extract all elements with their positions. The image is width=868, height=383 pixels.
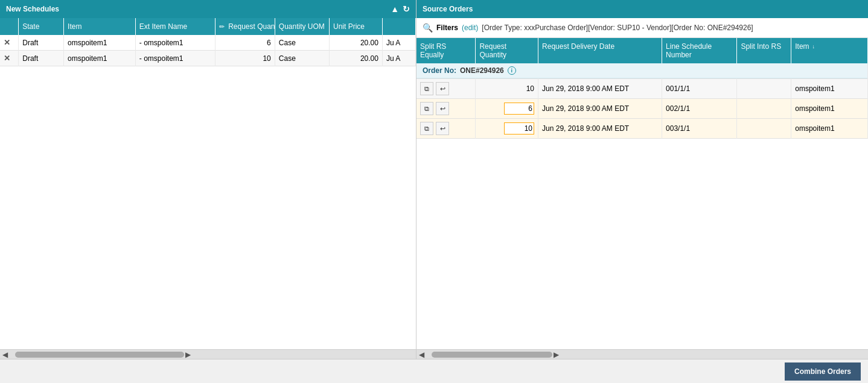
col-req-qty-header: ✏ Request Quantity <box>215 18 275 35</box>
state-cell-1: Draft <box>19 35 64 51</box>
right-scroll-left[interactable]: ◀ <box>418 350 426 359</box>
filters-edit-link[interactable]: (edit) <box>462 24 478 32</box>
row-3-item: omspoitem1 <box>791 119 868 139</box>
search-icon: 🔍 <box>423 23 433 33</box>
rcol-split-into-rs-header: Split Into RS <box>737 38 791 63</box>
uom-cell-1: Case <box>275 35 329 51</box>
row-3-qty <box>476 119 538 139</box>
order-info-icon[interactable]: i <box>508 66 516 75</box>
right-panel: Source Orders 🔍 Filters (edit) [Order Ty… <box>416 0 868 359</box>
rcol-split-rs-header: Split RS Equally <box>416 38 476 63</box>
row-2-split-rs <box>737 99 791 119</box>
right-panel-title: Source Orders <box>423 5 473 13</box>
rcol-req-qty-header: Request Quantity <box>476 38 538 63</box>
up-arrow-icon[interactable]: ▲ <box>391 4 399 14</box>
right-panel-header: Source Orders <box>416 0 868 18</box>
source-order-row-2: ⧉ ↩ Jun 29, 2018 9:00 AM EDT 002/1/1 oms… <box>416 99 868 119</box>
row-2-actions: ⧉ ↩ <box>420 102 471 115</box>
col-ext-item-header: Ext Item Name <box>135 18 215 35</box>
col-delete-header <box>0 18 19 35</box>
left-panel-title: New Schedules <box>6 5 59 13</box>
row-1-copy-btn[interactable]: ⧉ <box>420 82 433 95</box>
row-3-qty-input[interactable] <box>504 122 534 135</box>
left-scroll-right[interactable]: ▶ <box>184 350 192 359</box>
row-1-split-rs <box>737 79 791 99</box>
right-scrollbar[interactable]: ◀ ▶ <box>416 349 868 359</box>
col-unit-price-header: Unit Price <box>329 18 382 35</box>
table-row: ✕ Draft omspoitem1 - omspoitem1 10 Case … <box>0 51 416 66</box>
right-scroll-thumb[interactable] <box>432 352 552 358</box>
left-table: State Item Ext Item Name ✏ Request Quant… <box>0 18 416 66</box>
order-group-header-row: Order No: ONE#294926 i <box>416 63 868 79</box>
left-scroll-left[interactable]: ◀ <box>1 350 9 359</box>
left-scrollbar[interactable]: ◀ ▶ <box>0 349 416 359</box>
source-order-row-1: ⧉ ↩ Jun 29, 2018 9:00 AM EDT 001/1/1 oms… <box>416 79 868 99</box>
row-3-lsn: 003/1/1 <box>662 119 737 139</box>
row-3-actions: ⧉ ↩ <box>420 122 471 135</box>
unit-price-cell-1: 20.00 <box>329 35 382 51</box>
rcol-lsn-header: Line Schedule Number <box>662 38 737 63</box>
order-no-value: ONE#294926 <box>460 66 504 75</box>
ext-item-cell-2: - omspoitem1 <box>135 51 215 66</box>
pencil-icon: ✏ <box>219 23 225 30</box>
state-cell-2: Draft <box>19 51 64 66</box>
row-3-date: Jun 29, 2018 9:00 AM EDT <box>538 119 662 139</box>
row-3-undo-btn[interactable]: ↩ <box>436 122 449 135</box>
row-1-undo-btn[interactable]: ↩ <box>436 82 449 95</box>
row-1-item: omspoitem1 <box>791 79 868 99</box>
extra-cell-1: Ju A <box>382 35 415 51</box>
bottom-bar: Combine Orders <box>0 359 868 383</box>
col-item-header: Item <box>64 18 136 35</box>
row-3-split-rs <box>737 119 791 139</box>
right-scroll-right[interactable]: ▶ <box>552 350 560 359</box>
row-1-date: Jun 29, 2018 9:00 AM EDT <box>538 79 662 99</box>
refresh-icon[interactable]: ↻ <box>403 4 410 14</box>
filters-text: [Order Type: xxxPurchase Order][Vendor: … <box>482 24 753 32</box>
unit-price-cell-2: 20.00 <box>329 51 382 66</box>
row-2-qty <box>476 99 538 119</box>
row-1-qty-input[interactable] <box>504 84 534 93</box>
row-2-copy-btn[interactable]: ⧉ <box>420 102 433 115</box>
filters-label: Filters <box>436 24 458 32</box>
left-panel-header: New Schedules ▲ ↻ <box>0 0 416 18</box>
order-no-label: Order No: <box>423 66 456 75</box>
delete-row-btn-2[interactable]: ✕ <box>4 54 10 63</box>
row-2-undo-btn[interactable]: ↩ <box>436 102 449 115</box>
row-1-qty <box>476 79 538 99</box>
rcol-date-header: Request Delivery Date <box>538 38 662 63</box>
right-table-container: Split RS Equally Request Quantity Reques… <box>416 38 868 349</box>
row-3-copy-btn[interactable]: ⧉ <box>420 122 433 135</box>
left-table-container: State Item Ext Item Name ✏ Request Quant… <box>0 18 416 349</box>
col-qty-uom-header: Quantity UOM <box>275 18 329 35</box>
ext-item-cell-1: - omspoitem1 <box>135 35 215 51</box>
main-container: New Schedules ▲ ↻ <box>0 0 868 359</box>
left-panel-icons: ▲ ↻ <box>391 4 410 14</box>
source-order-row-3: ⧉ ↩ Jun 29, 2018 9:00 AM EDT 003/1/1 oms… <box>416 119 868 139</box>
left-scroll-thumb[interactable] <box>15 352 184 358</box>
left-panel: New Schedules ▲ ↻ <box>0 0 416 359</box>
row-2-lsn: 002/1/1 <box>662 99 737 119</box>
col-extra-header <box>382 18 415 35</box>
row-2-date: Jun 29, 2018 9:00 AM EDT <box>538 99 662 119</box>
item-sort-arrow: ↓ <box>812 43 815 49</box>
row-2-qty-input[interactable] <box>504 103 534 115</box>
col-state-header: State <box>19 18 64 35</box>
uom-cell-2: Case <box>275 51 329 66</box>
item-cell-1: omspoitem1 <box>64 35 136 51</box>
row-1-lsn: 001/1/1 <box>662 79 737 99</box>
row-2-item: omspoitem1 <box>791 99 868 119</box>
req-qty-cell-1: 6 <box>215 35 275 51</box>
combine-orders-button[interactable]: Combine Orders <box>785 362 861 381</box>
table-row: ✕ Draft omspoitem1 - omspoitem1 6 Case 2… <box>0 35 416 51</box>
filters-bar: 🔍 Filters (edit) [Order Type: xxxPurchas… <box>416 18 868 38</box>
extra-cell-2: Ju A <box>382 51 415 66</box>
order-group-header: Order No: ONE#294926 i <box>416 63 867 78</box>
right-table: Split RS Equally Request Quantity Reques… <box>416 38 868 139</box>
row-1-actions: ⧉ ↩ <box>420 82 471 95</box>
req-qty-cell-2: 10 <box>215 51 275 66</box>
item-cell-2: omspoitem1 <box>64 51 136 66</box>
delete-row-btn-1[interactable]: ✕ <box>4 38 10 47</box>
rcol-item-header[interactable]: Item ↓ <box>791 38 868 63</box>
